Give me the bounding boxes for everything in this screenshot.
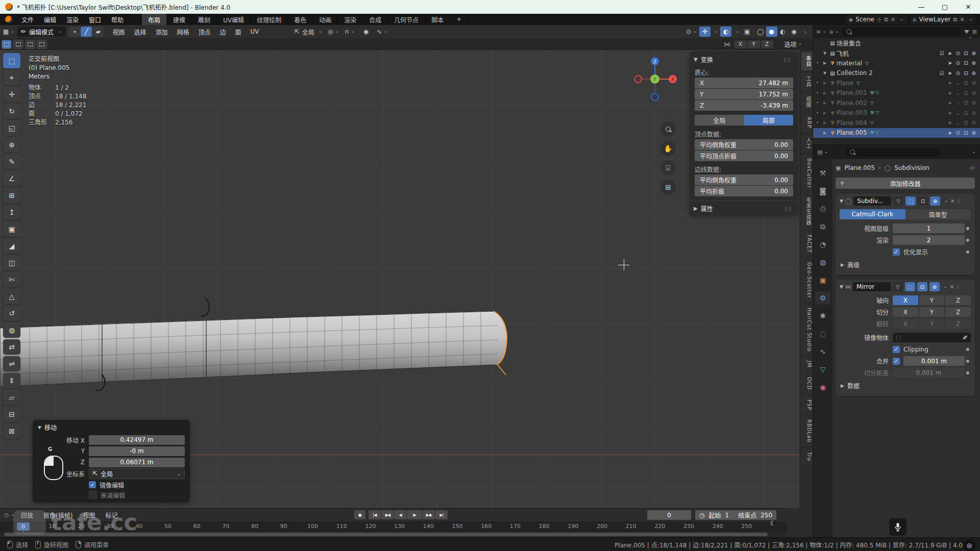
row-toggle-icons[interactable]: ➤ ⊙ ⊡ ⊛ (948, 130, 977, 136)
show-in-editmode-icon[interactable]: ▽ (893, 282, 903, 291)
viewport-menu-item[interactable]: 网格 (173, 26, 194, 37)
move-panel-header[interactable]: ▼ 移动 (38, 423, 185, 432)
space-toggle-button[interactable]: 全局 (695, 115, 744, 126)
n-panel-tab[interactable]: ARP (801, 113, 813, 132)
gizmo-negx-axis[interactable] (634, 76, 642, 83)
auto-keying-button[interactable]: ● (354, 510, 365, 519)
viewport-menu-item[interactable]: UV (246, 26, 264, 37)
blender-menu-icon[interactable] (5, 16, 12, 23)
options-icon[interactable] (970, 149, 976, 156)
object-name[interactable]: material (837, 60, 862, 67)
object-name[interactable]: Plane (837, 80, 853, 87)
median-axis-field[interactable]: Z-3.439 m (695, 100, 793, 111)
subdivision-field[interactable]: 渲染2 ● (840, 235, 971, 245)
flip-button[interactable]: Y (919, 319, 945, 329)
n-panel-tab[interactable]: OCD (801, 373, 813, 394)
advanced-section-collapsed[interactable]: ▶ 高级 (840, 258, 971, 271)
n-panel-tab[interactable]: RBDLab (801, 416, 813, 446)
outliner-row[interactable]: • ▶ ▼ Plane ▽ ➤ ⌄ ⊡ ⊘ (813, 78, 980, 88)
pan-hand-icon[interactable]: ✋ (660, 141, 676, 156)
row-toggle-icons[interactable]: ➤ ⌄ ⊡ ⊘ (948, 120, 977, 126)
tool-button[interactable]: ✎ (3, 154, 20, 169)
show-in-render-icon[interactable]: ⊛ (930, 196, 940, 206)
gizmo-dropdown[interactable] (713, 28, 718, 35)
merge-distance-field[interactable]: 0.001 m (903, 356, 965, 366)
properties-tab[interactable]: ⚙ (815, 291, 830, 305)
options-dropdown[interactable]: 选项 (785, 40, 802, 48)
properties-tab[interactable]: ∿ (815, 345, 830, 358)
modifier-name-field[interactable]: Mirror (853, 282, 891, 291)
n-panel-tab[interactable]: 视图 (801, 93, 813, 111)
viewport-menu-item[interactable]: 顶点 (194, 26, 215, 37)
object-name[interactable]: Plane.002 (837, 99, 867, 107)
object-name[interactable]: Collection 2 (837, 69, 873, 77)
n-panel-tab[interactable]: Tru (801, 448, 813, 465)
show-on-cage-icon[interactable]: ⬚ (905, 282, 915, 291)
breadcrumb-modifier[interactable]: Subdivision (894, 164, 929, 171)
show-in-render-icon[interactable]: ⊛ (929, 282, 940, 291)
visibility-dropdown[interactable]: ⊙ (686, 27, 697, 37)
tool-button[interactable]: ⇄ (3, 339, 20, 355)
row-toggle-icons[interactable]: ➤ ⊙ ⊡ ⊛ (948, 60, 977, 66)
optimize-display-row[interactable]: ✓ 优化显示 ● (840, 246, 971, 257)
mirror-editing-row[interactable]: ✓ 镜像编辑 (89, 480, 185, 490)
space-toggle-button[interactable]: 局部 (744, 115, 794, 126)
xray-toggle[interactable]: ▣ (742, 27, 753, 37)
shading-mode-button[interactable]: ● (766, 27, 777, 37)
expander-icon[interactable]: ▶ (821, 61, 828, 65)
n-panel-tab[interactable]: BoxCutter (801, 155, 813, 192)
n-panel-tab[interactable]: 条目 (801, 52, 813, 70)
filter-display-icon[interactable]: ⧈ (830, 29, 839, 35)
collapse-arrow-icon[interactable]: ❮ (770, 520, 774, 525)
attributes-panel-collapsed[interactable]: ▶ 属性 ⣿⣿ (690, 201, 798, 214)
median-axis-field[interactable]: X27.482 m (695, 78, 793, 88)
select-mode-invert-button[interactable] (37, 40, 47, 49)
show-on-cage-icon[interactable]: ⬚ (905, 196, 916, 206)
current-frame-badge[interactable]: 0 (17, 522, 30, 531)
maximize-button[interactable]: ▢ (933, 0, 957, 14)
viewlayer-selector[interactable]: ⧈ ViewLayer ⧉ ✕ (910, 15, 976, 24)
show-in-editmode-icon[interactable]: ▽ (893, 196, 903, 206)
proportional-editing-icon[interactable]: ◉ (360, 27, 372, 37)
viewport-menu-item[interactable]: 视图 (108, 26, 129, 37)
outliner-row[interactable]: ▤ 场景集合 (813, 38, 980, 48)
editor-type-icon[interactable]: ▤ (817, 149, 828, 156)
object-name[interactable]: 飞机 (837, 49, 849, 58)
select-mode-extend-button[interactable] (13, 40, 23, 49)
extras-dropdown[interactable] (942, 284, 947, 290)
properties-tab[interactable]: ⧉ (815, 220, 830, 233)
menu-item[interactable]: 编辑 (39, 14, 61, 25)
n-panel-tab[interactable]: FACET (801, 231, 813, 257)
workspace-tab[interactable]: 动画 (313, 14, 338, 25)
object-name[interactable]: 场景集合 (837, 39, 861, 47)
tool-button[interactable]: ⊞ (3, 188, 20, 203)
close-button[interactable]: ✕ (957, 0, 980, 14)
extras-dropdown[interactable] (942, 198, 948, 205)
pivot-point-dropdown[interactable]: ◎ (328, 27, 339, 37)
tool-button[interactable]: ⇕ (3, 373, 20, 388)
transform-panel-header[interactable]: ▼变换 ⣿⣿ (690, 54, 798, 65)
properties-tab[interactable]: ◌ (815, 327, 830, 340)
median-axis-field[interactable]: Y17.752 m (695, 89, 793, 99)
orientation-dropdown[interactable]: ⇱ 全局 ⌄ (89, 468, 185, 479)
properties-tab[interactable]: ◉ (815, 381, 830, 394)
tool-button[interactable]: ◍ (3, 322, 20, 338)
properties-tab[interactable]: ▣ (815, 273, 830, 287)
show-in-viewport-icon[interactable]: ⊡ (917, 282, 927, 291)
expander-icon[interactable]: ▶ (821, 111, 828, 115)
tool-button[interactable]: ↺ (3, 306, 20, 321)
shading-mode-button[interactable]: ◉ (789, 27, 800, 37)
data-section-collapsed[interactable]: ▶ 数据 (840, 379, 971, 392)
expander-icon[interactable]: ▼ (821, 51, 828, 56)
edge-data-field[interactable]: 平均折痕0.00 (695, 186, 793, 196)
timeline-menu-item[interactable]: 标记 (100, 510, 122, 521)
timeline-menu-item[interactable]: 抠像(插帧) (38, 510, 78, 521)
falloff-editing-row[interactable]: ✓ 衰减编辑 (89, 490, 185, 500)
properties-tab[interactable]: ◙ (815, 184, 830, 197)
subdivision-type-button[interactable]: Catmull-Clark (840, 209, 905, 219)
pin-icon[interactable]: ⊹ (970, 164, 975, 171)
bisect-button[interactable]: Y (919, 307, 945, 317)
tool-button[interactable]: ∠ (3, 171, 20, 186)
modifier-name-field[interactable]: Subdiv... (853, 196, 891, 206)
clipping-row[interactable]: ✓ Clipping ● (840, 344, 971, 355)
